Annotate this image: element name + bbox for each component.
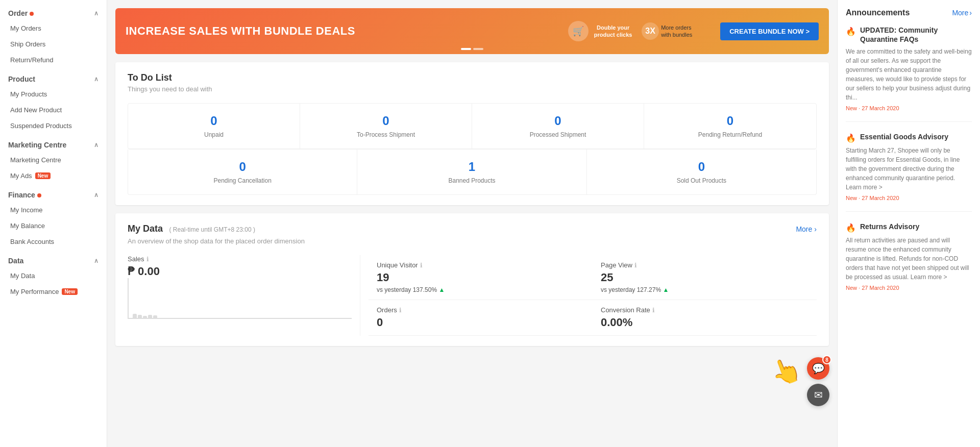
sidebar-section-dot-finance [37,193,41,197]
sidebar-item-label-my-performance: My Performance [10,288,59,295]
ann-item-title: Essential Goods Advisory [860,132,948,141]
mydata-title-group: My Data ( Real-time until GMT+8 23:00 ) [128,224,255,234]
sidebar-item-badge-my-performance: New [62,288,78,295]
sidebar-section-header-marketing-centre[interactable]: Marketing Centre∧ [0,136,107,152]
ann-item-body: We are committed to the safety and well-… [846,47,972,102]
todo-cell-sold-out-products[interactable]: 0 Sold Out Products [587,150,816,194]
ann-item-title: Returns Advisory [860,222,919,231]
ann-item-header: 🔥 Essential Goods Advisory [846,132,972,143]
banner-multiplier-num: 3X [642,22,659,40]
sidebar-item-ship-orders[interactable]: Ship Orders [0,36,107,52]
todo-grid-row2: 0 Pending Cancellation 1 Banned Products… [128,150,817,195]
todo-cell-to-process-shipment[interactable]: 0 To-Process Shipment [300,104,472,149]
banner[interactable]: INCREASE SALES WITH BUNDLE DEALS 🛒 Doubl… [115,8,829,54]
banner-feature-1-icon: 🛒 [568,21,589,41]
sidebar-item-label-my-data: My Data [10,272,35,280]
metric-info-icon[interactable]: ℹ [652,307,655,314]
chart-bar [133,314,137,318]
metric-conversion-rate: Conversion Rate ℹ 0.00% [593,300,817,336]
mydata-more-link[interactable]: More › [796,225,817,233]
todo-cell-processed-shipment[interactable]: 0 Processed Shipment [472,104,644,149]
create-bundle-button[interactable]: CREATE BUNDLE NOW > [720,22,819,40]
sidebar-item-bank-accounts[interactable]: Bank Accounts [0,234,107,250]
metric-info-icon[interactable]: ℹ [399,307,402,314]
float-buttons: 💬 8 ✉ [807,357,829,406]
chat-icon: 💬 [812,362,825,375]
sidebar-item-my-orders[interactable]: My Orders [0,20,107,36]
todo-label: Pending Cancellation [136,177,349,184]
sidebar-section-header-data[interactable]: Data∧ [0,252,107,268]
todo-grid-row1: 0 Unpaid 0 To-Process Shipment 0 Process… [128,103,817,150]
sidebar-section-chevron-order: ∧ [94,10,99,17]
sidebar-item-my-data[interactable]: My Data [0,268,107,284]
mydata-title: My Data [128,224,163,234]
sidebar-item-label-marketing-centre: Marketing Centre [10,156,61,164]
metric-value: 0 [377,316,584,329]
announcement-item-0[interactable]: 🔥 UPDATED: Community Quarantine FAQs We … [846,26,972,122]
metric-value: 25 [601,271,808,284]
todo-cell-banned-products[interactable]: 1 Banned Products [357,150,586,194]
sidebar-item-my-income[interactable]: My Income [0,202,107,218]
sidebar-section-product: Product∧My ProductsAdd New ProductSuspen… [0,70,107,134]
todo-value: 0 [136,160,349,174]
announcements-title: Announcements [846,8,910,17]
chevron-right-icon: › [814,225,817,233]
mail-button[interactable]: ✉ [807,384,829,406]
chart-bar [143,316,147,318]
todo-value: 0 [136,114,291,128]
metric-info-icon[interactable]: ℹ [420,262,423,269]
todo-subtitle: Things you need to deal with [128,85,817,93]
todo-card: To Do List Things you need to deal with … [115,62,829,205]
sidebar-item-label-my-balance: My Balance [10,222,45,230]
sidebar-item-return-refund[interactable]: Return/Refund [0,52,107,68]
sidebar-item-my-products[interactable]: My Products [0,86,107,102]
sidebar-item-suspended-products[interactable]: Suspended Products [0,118,107,134]
sidebar-section-dot-order [30,12,34,16]
todo-label: Processed Shipment [480,131,635,138]
chart-bar [138,315,142,318]
ann-item-header: 🔥 UPDATED: Community Quarantine FAQs [846,26,972,44]
ann-item-header: 🔥 Returns Advisory [846,222,972,233]
sidebar-item-label-return-refund: Return/Refund [10,56,54,64]
todo-label: Unpaid [136,131,291,138]
banner-feature-1: 🛒 Double your product clicks [568,21,633,41]
todo-value: 0 [308,114,463,128]
chart-bar [148,315,152,318]
todo-cell-unpaid[interactable]: 0 Unpaid [128,104,300,149]
sidebar-section-finance: Finance∧My IncomeMy BalanceBank Accounts [0,186,107,250]
sidebar-item-marketing-centre[interactable]: Marketing Centre [0,152,107,168]
todo-title: To Do List [128,72,817,83]
metric-page-view: Page View ℹ 25 vs yesterday 127.27% ▲ [593,255,817,300]
sidebar-item-label-my-orders: My Orders [10,24,41,32]
sidebar-item-my-performance[interactable]: My PerformanceNew [0,284,107,300]
sidebar-section-label-order: Order [8,9,34,17]
sidebar-item-label-ship-orders: Ship Orders [10,40,45,48]
announcements-more-link[interactable]: More › [952,9,972,17]
sidebar-section-header-finance[interactable]: Finance∧ [0,186,107,202]
sidebar-section-header-product[interactable]: Product∧ [0,70,107,86]
announcement-item-2[interactable]: 🔥 Returns Advisory All return activities… [846,222,972,301]
sidebar-section-header-order[interactable]: Order∧ [0,4,107,20]
sidebar-item-add-new-product[interactable]: Add New Product [0,102,107,118]
trend-up-icon: ▲ [663,286,669,293]
sidebar-item-my-ads[interactable]: My AdsNew [0,168,107,184]
chat-button[interactable]: 💬 8 [807,357,829,380]
metric-label: Conversion Rate ℹ [601,306,808,314]
sidebar-section-chevron-marketing-centre: ∧ [94,141,99,148]
todo-value: 1 [365,160,578,174]
sales-info-icon[interactable]: ℹ [146,256,149,263]
announcement-item-1[interactable]: 🔥 Essential Goods Advisory Starting Marc… [846,132,972,212]
sidebar-item-label-my-ads: My Ads [10,172,32,180]
fire-icon: 🔥 [846,133,856,143]
metric-info-icon[interactable]: ℹ [634,262,637,269]
metric-value: 0.00% [601,316,808,329]
sidebar-item-my-balance[interactable]: My Balance [0,218,107,234]
todo-label: Pending Return/Refund [652,131,808,138]
sales-metric: Sales ℹ ₱ 0.00 [128,255,360,336]
todo-cell-pending-cancellation[interactable]: 0 Pending Cancellation [128,150,357,194]
ann-item-meta: New · 27 March 2020 [846,195,972,201]
todo-cell-pending-return/refund[interactable]: 0 Pending Return/Refund [644,104,816,149]
mydata-description: An overview of the shop data for the pla… [128,237,817,245]
banner-feature-1-label: Double your product clicks [593,24,633,39]
trend-up-icon: ▲ [438,286,445,293]
